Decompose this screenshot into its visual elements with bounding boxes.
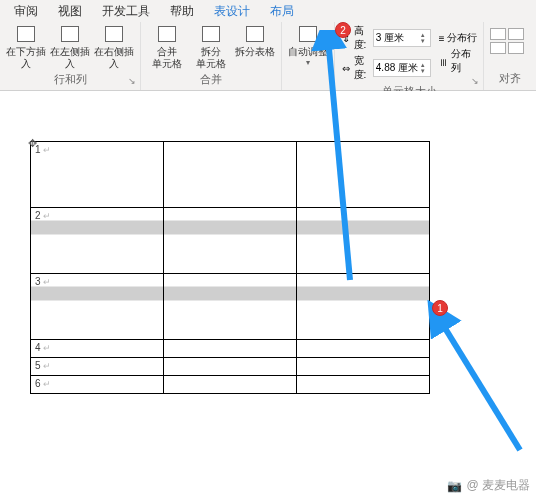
insert-left-label: 在左侧插入 (50, 46, 90, 70)
insert-right-icon (104, 24, 124, 44)
split-cells-label: 拆分 单元格 (191, 46, 231, 70)
rows-cols-launcher-icon[interactable]: ↘ (128, 76, 138, 86)
group-autofit-wrap: 自动调整 ▾ (282, 22, 335, 90)
split-cells-icon (201, 24, 221, 44)
distribute-rows-label: 分布行 (447, 31, 477, 45)
cell[interactable] (164, 208, 297, 274)
merge-cells-label: 合并 单元格 (147, 46, 187, 70)
cell[interactable] (297, 340, 430, 358)
table-row: 6 (31, 376, 430, 394)
cell[interactable] (297, 358, 430, 376)
cell[interactable]: 4 (31, 340, 164, 358)
width-input[interactable] (374, 63, 420, 74)
document-area[interactable]: ✥ 1 2 3 4 5 6 (0, 91, 536, 394)
group-autofit-spacer (288, 72, 328, 90)
insert-below-label: 在下方插入 (6, 46, 46, 70)
distribute-cols-icon: ⫼ (439, 56, 449, 67)
ribbon: 审阅 视图 开发工具 帮助 表设计 布局 在下方插入 在左侧插入 在右侧插入 (0, 0, 536, 91)
split-cells-button[interactable]: 拆分 单元格 (191, 24, 231, 70)
group-merge-label: 合并 (147, 70, 275, 91)
row-height-icon: ⇕ (341, 31, 352, 45)
table-row: 3 (31, 274, 430, 340)
ribbon-tabs: 审阅 视图 开发工具 帮助 表设计 布局 (0, 0, 536, 20)
width-label: 宽度: (354, 54, 371, 82)
watermark-icon: 📷 (447, 479, 462, 493)
distribute-rows-icon: ≡ (439, 33, 445, 44)
ribbon-groups: 在下方插入 在左侧插入 在右侧插入 行和列 ↘ 合并 单元格 (0, 20, 536, 90)
width-spinner[interactable]: ▲▼ (373, 59, 431, 77)
tab-devtools[interactable]: 开发工具 (92, 1, 160, 22)
cell[interactable] (164, 274, 297, 340)
watermark-text: @ 麦麦电器 (466, 477, 530, 494)
cell[interactable] (297, 274, 430, 340)
cell[interactable] (297, 376, 430, 394)
cell[interactable] (164, 142, 297, 208)
autofit-label: 自动调整 (288, 46, 328, 58)
table-row: 4 (31, 340, 430, 358)
cell[interactable]: 1 (31, 142, 164, 208)
cell[interactable]: 2 (31, 208, 164, 274)
distribute-rows-button[interactable]: ≡ 分布行 (439, 31, 477, 45)
cell[interactable] (164, 358, 297, 376)
group-align: 对齐 (484, 22, 536, 90)
cell-size-launcher-icon[interactable]: ↘ (471, 76, 481, 86)
distribute-cols-label: 分布列 (451, 47, 477, 75)
align-buttons[interactable] (490, 24, 530, 54)
col-width-icon: ⇔ (341, 61, 352, 75)
autofit-button[interactable]: 自动调整 ▾ (288, 24, 328, 67)
table-row: 5 (31, 358, 430, 376)
cell[interactable]: 5 (31, 358, 164, 376)
height-input[interactable] (374, 33, 420, 44)
split-table-label: 拆分表格 (235, 46, 275, 58)
insert-left-icon (60, 24, 80, 44)
height-spinner[interactable]: ▲▼ (373, 29, 431, 47)
cell[interactable] (297, 208, 430, 274)
insert-left-button[interactable]: 在左侧插入 (50, 24, 90, 70)
group-rows-cols: 在下方插入 在左侧插入 在右侧插入 行和列 ↘ (0, 22, 141, 90)
chevron-down-icon: ▾ (306, 58, 310, 67)
insert-below-button[interactable]: 在下方插入 (6, 24, 46, 70)
group-align-label: 对齐 (490, 69, 530, 90)
tab-view[interactable]: 视图 (48, 1, 92, 22)
cell[interactable]: 3 (31, 274, 164, 340)
cell[interactable] (164, 340, 297, 358)
cell[interactable]: 6 (31, 376, 164, 394)
group-cell-size: ⇕ 高度: ▲▼ ⇔ 宽度: ▲▼ (335, 22, 484, 90)
cell[interactable] (164, 376, 297, 394)
merge-cells-button[interactable]: 合并 单元格 (147, 24, 187, 70)
insert-right-button[interactable]: 在右侧插入 (94, 24, 134, 70)
split-table-icon (245, 24, 265, 44)
merge-cells-icon (157, 24, 177, 44)
watermark: 📷 @ 麦麦电器 (447, 477, 530, 494)
distribute-cols-button[interactable]: ⫼ 分布列 (439, 47, 477, 75)
insert-below-icon (16, 24, 36, 44)
spinner-arrows[interactable]: ▲▼ (420, 32, 430, 44)
table-row: 2 (31, 208, 430, 274)
split-table-button[interactable]: 拆分表格 (235, 24, 275, 58)
group-rows-cols-label: 行和列 (6, 70, 134, 91)
insert-right-label: 在右侧插入 (94, 46, 134, 70)
cell[interactable] (297, 142, 430, 208)
height-label: 高度: (354, 24, 371, 52)
autofit-icon (298, 24, 318, 44)
group-merge: 合并 单元格 拆分 单元格 拆分表格 合并 (141, 22, 282, 90)
table-row: 1 (31, 142, 430, 208)
word-table[interactable]: 1 2 3 4 5 6 (30, 141, 430, 394)
tab-review[interactable]: 审阅 (4, 1, 48, 22)
tab-table-design[interactable]: 表设计 (204, 1, 260, 22)
spinner-arrows[interactable]: ▲▼ (420, 62, 430, 74)
tab-layout[interactable]: 布局 (260, 1, 304, 22)
tab-help[interactable]: 帮助 (160, 1, 204, 22)
